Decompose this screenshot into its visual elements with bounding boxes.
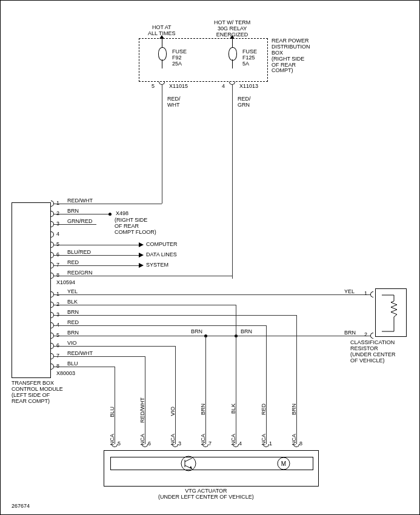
- vtg-v-1: [115, 367, 115, 444]
- ground-label: (RIGHT SIDE OF REAR COMPT FLOOR): [115, 218, 156, 236]
- vtg-v-4: [205, 336, 206, 444]
- brn-mid-l: BRN: [191, 329, 202, 335]
- vtg-v-7: [296, 315, 297, 444]
- wire-lbl-b4: RED: [67, 320, 79, 326]
- ground-conn: X498: [116, 211, 128, 217]
- resistor-icon: [376, 289, 407, 337]
- transfer-module: [12, 202, 51, 378]
- wire-lbl-b6: VIO: [67, 341, 77, 347]
- wire-lbl-a6: BLU/RED: [67, 250, 91, 256]
- arrow-computer: [139, 242, 144, 247]
- wire-lbl-b1: YEL: [67, 289, 78, 295]
- cr-brn: BRN: [344, 330, 356, 336]
- svg-text:M: M: [281, 460, 286, 467]
- footer-id: 267674: [12, 503, 30, 510]
- vtg-w-6: RED: [261, 404, 267, 415]
- vtg-n-5: 4: [239, 441, 242, 447]
- vtg-w-2: RED/WHT: [140, 397, 146, 423]
- label-datalines: DATA LINES: [146, 252, 177, 258]
- cr-label: CLASSIFICATION RESISTOR (UNDER CENTER OF…: [350, 340, 396, 364]
- label-system: SYSTEM: [146, 262, 168, 268]
- label-fuse-f92: FUSE F92 25A: [172, 49, 187, 67]
- wire-lbl-b5: BRN: [67, 330, 79, 336]
- classification-resistor-box: [375, 288, 407, 337]
- wire-lbl-a7: RED: [67, 260, 79, 266]
- label-fuse-box: REAR POWER DISTRIBUTION BOX (RIGHT SIDE …: [272, 38, 310, 74]
- wire-x10594-6: [54, 255, 139, 256]
- cr-pin1: 1: [364, 291, 367, 297]
- vtg-n-7: 8: [299, 441, 302, 447]
- fuse-f125-symbol: [228, 38, 236, 68]
- wire-x10594-5: [54, 245, 139, 245]
- vtg-n-6: 1: [269, 441, 272, 447]
- arrow-system: [139, 263, 144, 268]
- wire-x10594-7: [54, 265, 139, 266]
- label-computer: COMPUTER: [146, 242, 178, 248]
- vtg-label: VTG ACTUATOR (UNDER LEFT CENTER OF VEHIC…: [158, 488, 254, 500]
- vtg-w-3: VIO: [170, 407, 176, 416]
- svg-line-2: [185, 458, 192, 462]
- cr-yel: YEL: [344, 289, 355, 295]
- motor-icon: M: [277, 457, 290, 470]
- x10594-pin4-n: 4: [56, 231, 59, 238]
- vtg-n-4: 7: [208, 441, 212, 447]
- label-redwht: RED/ WHT: [167, 96, 181, 108]
- vtg-n-2: 6: [148, 441, 151, 447]
- wire-lbl-b7: RED/WHT: [67, 351, 93, 357]
- wiring-diagram: HOT AT ALL TIMES HOT W/ TERM 30G RELAY E…: [0, 0, 420, 515]
- vtg-w-7: BRN: [292, 404, 298, 415]
- label-redgrn: RED/ GRN: [238, 96, 251, 108]
- vtg-actuator-box: M: [104, 450, 319, 487]
- vtg-n-1: 5: [118, 441, 121, 447]
- wire-lbl-b3: BRN: [67, 310, 79, 316]
- conn-x80003: X80003: [56, 371, 75, 377]
- ground-node: [108, 213, 112, 216]
- wire-lbl-b2: BLK: [67, 299, 78, 305]
- transistor-icon: [180, 455, 197, 472]
- label-transfer-module: TRANSFER BOX CONTROL MODULE (LEFT SIDE O…: [12, 380, 63, 405]
- conn-x11013: X11013: [239, 84, 258, 90]
- brn-mid-r: BRN: [241, 329, 252, 335]
- vtg-w-4: BRN: [201, 404, 207, 415]
- wire-lbl-b8: BLU: [67, 361, 78, 367]
- wire-x80003-8: [54, 367, 115, 367]
- wire-redwht-vert: [162, 85, 162, 204]
- wire-x80003-1: [54, 294, 370, 295]
- vtg-v-3: [175, 346, 176, 444]
- pin5-num: 5: [152, 84, 155, 90]
- wire-x80003-5: [54, 336, 370, 336]
- wire-lbl-a1: RED/WHT: [67, 198, 93, 204]
- wire-lbl-a3: GRN/RED: [67, 219, 93, 225]
- wire-lbl-a2: BRN: [67, 208, 79, 214]
- fuse-f92-symbol: [158, 38, 165, 68]
- cr-pin2: 2: [364, 332, 367, 338]
- wire-x80003-2: [54, 305, 236, 305]
- vtg-v-5: [236, 305, 236, 444]
- svg-point-0: [181, 456, 196, 471]
- pin4-num: 4: [222, 84, 225, 90]
- wire-lbl-a8: RED/GRN: [67, 270, 93, 276]
- arrow-datalines: [139, 253, 144, 258]
- wire-x10594-2: [54, 214, 110, 214]
- wire-x80003-4: [54, 325, 266, 326]
- vtg-w-5: BLK: [231, 404, 237, 414]
- vtg-n-3: 3: [178, 441, 181, 447]
- vtg-w-1: BLU: [110, 407, 116, 417]
- label-fuse-f125: FUSE F125 5A: [242, 49, 257, 67]
- vtg-v-6: [266, 325, 267, 444]
- wire-x80003-3: [54, 315, 296, 316]
- conn-x10594: X10594: [56, 280, 75, 286]
- conn-x11015: X11015: [169, 84, 188, 90]
- wire-redgrn-vert: [232, 85, 233, 279]
